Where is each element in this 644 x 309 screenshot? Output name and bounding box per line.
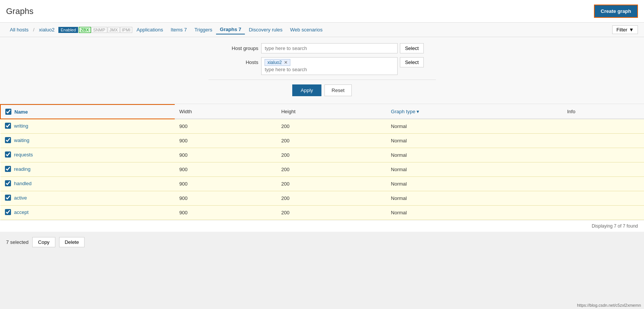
table-row: accept 900 200 Normal bbox=[0, 206, 644, 220]
bottom-bar: 7 selected Copy Delete bbox=[0, 232, 644, 253]
nav-jmx-badge: JMX bbox=[108, 27, 120, 33]
host-tag: xialuo2 ✕ bbox=[265, 59, 290, 66]
row-checkbox[interactable] bbox=[5, 180, 11, 186]
host-groups-input-wrap: Select bbox=[261, 43, 423, 53]
nav-enabled-badge: Enabled bbox=[58, 27, 78, 33]
row-name-link[interactable]: waiting bbox=[14, 137, 29, 143]
row-name-link[interactable]: active bbox=[14, 195, 27, 201]
filter-label: Filter bbox=[616, 27, 627, 33]
row-checkbox[interactable] bbox=[5, 195, 11, 201]
table-col-height: Height bbox=[277, 105, 386, 119]
row-checkbox[interactable] bbox=[5, 209, 11, 215]
delete-button[interactable]: Delete bbox=[59, 237, 85, 247]
host-tag-label: xialuo2 bbox=[267, 60, 282, 65]
hosts-input-box[interactable]: xialuo2 ✕ bbox=[261, 57, 398, 75]
row-name-link[interactable]: writing bbox=[14, 123, 28, 129]
th-checkbox-wrap: Name bbox=[5, 109, 170, 115]
row-info bbox=[563, 206, 644, 220]
filter-actions: Apply Reset bbox=[0, 84, 644, 96]
row-checkbox[interactable] bbox=[5, 123, 11, 129]
row-graph-type: Normal bbox=[386, 191, 563, 206]
create-graph-button[interactable]: Create graph bbox=[594, 5, 638, 18]
row-checkbox[interactable] bbox=[5, 137, 11, 143]
nav-discovery-rules[interactable]: Discovery rules bbox=[245, 25, 286, 34]
row-name-cell: accept bbox=[0, 206, 175, 220]
row-name-cell: writing bbox=[0, 119, 175, 134]
filter-section: Host groups Select Hosts xialuo2 ✕ Selec… bbox=[0, 37, 644, 104]
table-row: active 900 200 Normal bbox=[0, 191, 644, 206]
row-info bbox=[563, 191, 644, 206]
table-row: handled 900 200 Normal bbox=[0, 177, 644, 191]
nav-applications[interactable]: Applications bbox=[133, 25, 167, 34]
row-height: 200 bbox=[277, 177, 386, 191]
hosts-select-button[interactable]: Select bbox=[400, 57, 423, 67]
table-row: waiting 900 200 Normal bbox=[0, 134, 644, 148]
nav-bar: All hosts / xialuo2 Enabled ZBX SNMP JMX… bbox=[0, 23, 644, 37]
table-row: writing 900 200 Normal bbox=[0, 119, 644, 134]
table-section: Name Width Height Graph type ▾ Info writ… bbox=[0, 104, 644, 232]
row-name-link[interactable]: accept bbox=[14, 209, 28, 215]
row-name-link[interactable]: reading bbox=[14, 166, 30, 172]
table-col-width: Width bbox=[175, 105, 277, 119]
table-footer-text: Displaying 7 of 7 found bbox=[592, 223, 638, 229]
row-width: 900 bbox=[175, 148, 277, 162]
row-info bbox=[563, 177, 644, 191]
filter-hosts-row: Hosts xialuo2 ✕ Select bbox=[0, 57, 644, 75]
copy-button[interactable]: Copy bbox=[32, 237, 55, 247]
nav-host[interactable]: xialuo2 bbox=[35, 25, 58, 34]
row-info bbox=[563, 148, 644, 162]
apply-button[interactable]: Apply bbox=[292, 84, 321, 96]
host-tag-remove[interactable]: ✕ bbox=[284, 60, 288, 65]
row-height: 200 bbox=[277, 134, 386, 148]
row-name-cell: waiting bbox=[0, 134, 175, 148]
row-name-cell: handled bbox=[0, 177, 175, 191]
row-height: 200 bbox=[277, 191, 386, 206]
hosts-input-wrap: xialuo2 ✕ Select bbox=[261, 57, 423, 75]
nav-separator: / bbox=[32, 27, 35, 33]
host-groups-input[interactable] bbox=[261, 43, 398, 53]
reset-button[interactable]: Reset bbox=[324, 84, 352, 96]
row-checkbox[interactable] bbox=[5, 151, 11, 158]
row-height: 200 bbox=[277, 206, 386, 220]
row-width: 900 bbox=[175, 206, 277, 220]
nav-snmp-badge: SNMP bbox=[91, 27, 107, 33]
nav-graphs[interactable]: Graphs 7 bbox=[216, 25, 245, 34]
row-graph-type: Normal bbox=[386, 148, 563, 162]
nav-items[interactable]: Items 7 bbox=[167, 25, 191, 34]
table-col-info: Info bbox=[563, 105, 644, 119]
row-graph-type: Normal bbox=[386, 162, 563, 177]
table-col-graph-type[interactable]: Graph type ▾ bbox=[386, 105, 563, 119]
row-graph-type: Normal bbox=[386, 177, 563, 191]
row-width: 900 bbox=[175, 177, 277, 191]
row-name-cell: requests bbox=[0, 148, 175, 162]
row-name-cell: active bbox=[0, 191, 175, 206]
row-name-link[interactable]: requests bbox=[14, 152, 33, 158]
hosts-label: Hosts bbox=[220, 57, 258, 65]
selected-count: 7 selected bbox=[6, 239, 28, 245]
filter-icon: ▼ bbox=[629, 27, 634, 33]
row-name-cell: reading bbox=[0, 162, 175, 177]
filter-divider bbox=[208, 80, 436, 80]
nav-web-scenarios[interactable]: Web scenarios bbox=[286, 25, 326, 34]
filter-button[interactable]: Filter ▼ bbox=[612, 25, 638, 34]
nav-triggers[interactable]: Triggers bbox=[191, 25, 216, 34]
page-title: Graphs bbox=[6, 6, 33, 16]
nav-all-hosts[interactable]: All hosts bbox=[6, 25, 32, 34]
row-graph-type: Normal bbox=[386, 119, 563, 134]
hosts-search-input[interactable] bbox=[265, 66, 394, 73]
table-row: reading 900 200 Normal bbox=[0, 162, 644, 177]
filter-host-groups-row: Host groups Select bbox=[0, 43, 644, 53]
table-col-name: Name bbox=[14, 109, 28, 115]
row-info bbox=[563, 162, 644, 177]
table-body: writing 900 200 Normal waiting 900 200 N… bbox=[0, 119, 644, 220]
row-checkbox[interactable] bbox=[5, 166, 11, 172]
row-graph-type: Normal bbox=[386, 206, 563, 220]
row-width: 900 bbox=[175, 162, 277, 177]
host-groups-select-button[interactable]: Select bbox=[400, 43, 423, 53]
select-all-checkbox[interactable] bbox=[5, 109, 11, 115]
row-height: 200 bbox=[277, 148, 386, 162]
row-graph-type: Normal bbox=[386, 134, 563, 148]
table-row: requests 900 200 Normal bbox=[0, 148, 644, 162]
row-name-link[interactable]: handled bbox=[14, 181, 31, 186]
row-height: 200 bbox=[277, 162, 386, 177]
